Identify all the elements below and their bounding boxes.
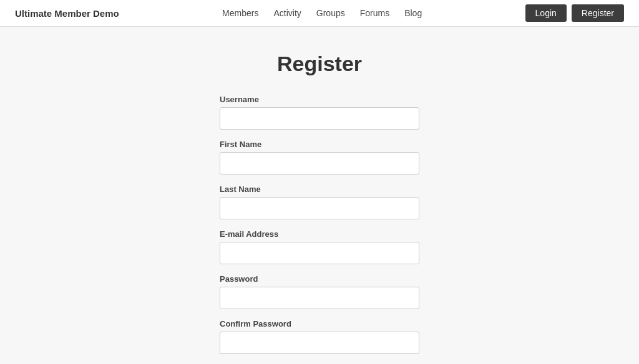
label-confirm-password: Confirm Password [220,319,419,328]
last-name-input[interactable] [220,197,419,219]
nav-item-forums[interactable]: Forums [360,8,389,18]
form-group-first-name: First Name [220,140,419,175]
form-group-confirm-password: Confirm Password [220,319,419,354]
navbar-nav: Members Activity Groups Forums Blog [222,8,422,18]
register-form: Username First Name Last Name E-mail Add… [220,95,419,364]
navbar: Ultimate Member Demo Members Activity Gr… [0,0,639,27]
email-input[interactable] [220,242,419,264]
navbar-brand: Ultimate Member Demo [15,8,119,19]
nav-link-activity[interactable]: Activity [273,8,301,18]
nav-item-activity[interactable]: Activity [273,8,301,18]
navbar-register-button[interactable]: Register [572,4,624,22]
form-group-password: Password [220,274,419,309]
main-content: Register Username First Name Last Name E… [0,27,639,364]
nav-item-groups[interactable]: Groups [316,8,345,18]
label-email: E-mail Address [220,229,419,239]
form-group-email: E-mail Address [220,229,419,264]
nav-item-blog[interactable]: Blog [404,8,422,18]
label-username: Username [220,95,419,104]
nav-item-members[interactable]: Members [222,8,258,18]
nav-link-blog[interactable]: Blog [404,8,422,18]
form-group-username: Username [220,95,419,130]
confirm-password-input[interactable] [220,332,419,354]
navbar-actions: Login Register [525,4,624,22]
label-first-name: First Name [220,140,419,149]
label-password: Password [220,274,419,284]
label-last-name: Last Name [220,184,419,194]
first-name-input[interactable] [220,152,419,175]
page-title: Register [277,52,362,76]
password-input[interactable] [220,287,419,309]
nav-link-forums[interactable]: Forums [360,8,389,18]
navbar-login-button[interactable]: Login [525,4,567,22]
username-input[interactable] [220,107,419,130]
nav-link-groups[interactable]: Groups [316,8,345,18]
form-group-last-name: Last Name [220,184,419,219]
nav-link-members[interactable]: Members [222,8,258,18]
